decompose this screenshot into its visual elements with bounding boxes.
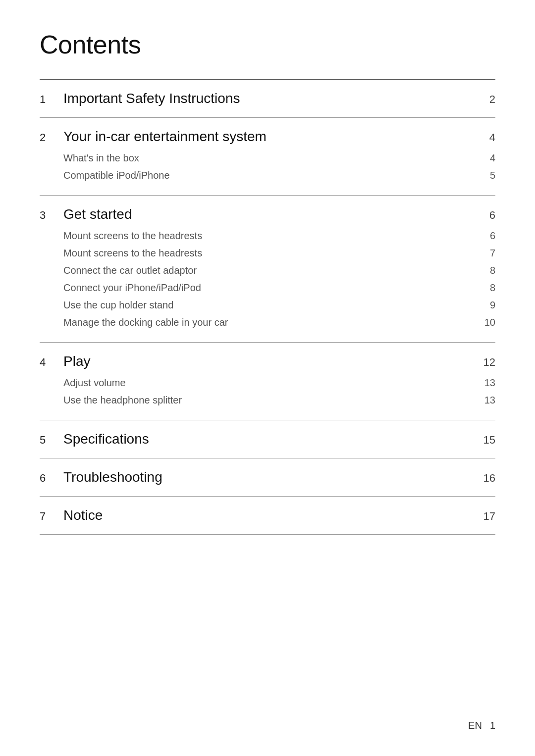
toc-sub-title-4-0: Adjust volume <box>63 377 476 389</box>
toc-sub-title-4-1: Use the headphone splitter <box>63 395 476 406</box>
toc-sub-items-2: What's in the box4Compatible iPod/iPhone… <box>40 150 495 184</box>
toc-sub-page-3-2: 8 <box>476 265 495 276</box>
toc-sub-row-3-4: Use the cup holder stand9 <box>63 297 495 314</box>
toc-main-row-7: 7Notice17 <box>40 507 495 523</box>
toc-sub-title-2-0: What's in the box <box>63 152 476 164</box>
toc-main-row-5: 5Specifications15 <box>40 431 495 447</box>
toc-title-4: Play <box>59 353 476 369</box>
toc-sub-page-4-1: 13 <box>476 395 495 406</box>
toc-sub-row-3-3: Connect your iPhone/iPad/iPod8 <box>63 279 495 297</box>
toc-page-1: 2 <box>476 93 495 106</box>
toc-sub-row-3-1: Mount screens to the headrests7 <box>63 245 495 262</box>
toc-section-3: 3Get started6Mount screens to the headre… <box>40 196 495 343</box>
toc-page-7: 17 <box>476 510 495 523</box>
toc-sub-page-3-3: 8 <box>476 282 495 294</box>
toc-sub-title-3-3: Connect your iPhone/iPad/iPod <box>63 282 476 294</box>
toc-sub-row-3-0: Mount screens to the headrests6 <box>63 227 495 245</box>
toc-sub-row-2-1: Compatible iPod/iPhone5 <box>63 167 495 184</box>
toc-sub-title-3-1: Mount screens to the headrests <box>63 248 476 259</box>
toc-section-1: 1Important Safety Instructions2 <box>40 80 495 118</box>
toc-section-4: 4Play12Adjust volume13Use the headphone … <box>40 343 495 420</box>
toc-sub-title-3-4: Use the cup holder stand <box>63 300 476 311</box>
toc-title-7: Notice <box>59 507 476 523</box>
toc-sub-page-2-0: 4 <box>476 152 495 164</box>
toc-page-4: 12 <box>476 356 495 369</box>
toc-number-6: 6 <box>40 472 59 485</box>
toc-title-5: Specifications <box>59 431 476 447</box>
toc-page-2: 4 <box>476 131 495 144</box>
toc-page-5: 15 <box>476 434 495 447</box>
toc-sub-page-2-1: 5 <box>476 170 495 181</box>
toc-sub-page-3-5: 10 <box>476 317 495 328</box>
toc-main-row-3: 3Get started6 <box>40 206 495 222</box>
toc-sub-row-3-2: Connect the car outlet adaptor8 <box>63 262 495 279</box>
toc-section-5: 5Specifications15 <box>40 420 495 458</box>
toc-sub-row-2-0: What's in the box4 <box>63 150 495 167</box>
footer-lang: EN <box>468 720 482 731</box>
toc-title-2: Your in-car entertainment system <box>59 129 476 145</box>
toc-number-3: 3 <box>40 209 59 222</box>
page-title: Contents <box>40 30 495 59</box>
toc-title-3: Get started <box>59 206 476 222</box>
toc-main-row-4: 4Play12 <box>40 353 495 369</box>
footer: EN 1 <box>468 720 495 731</box>
toc-number-2: 2 <box>40 131 59 144</box>
toc-sub-page-4-0: 13 <box>476 377 495 389</box>
toc-main-row-2: 2Your in-car entertainment system4 <box>40 129 495 145</box>
toc-sub-row-4-0: Adjust volume13 <box>63 374 495 392</box>
toc-section-7: 7Notice17 <box>40 497 495 535</box>
toc-title-6: Troubleshooting <box>59 469 476 485</box>
toc-page-3: 6 <box>476 209 495 222</box>
toc-sub-title-3-5: Manage the docking cable in your car <box>63 317 476 328</box>
toc-container: 1Important Safety Instructions22Your in-… <box>40 80 495 535</box>
toc-sub-items-4: Adjust volume13Use the headphone splitte… <box>40 374 495 409</box>
toc-sub-items-3: Mount screens to the headrests6Mount scr… <box>40 227 495 331</box>
toc-sub-row-4-1: Use the headphone splitter13 <box>63 392 495 409</box>
toc-sub-page-3-4: 9 <box>476 300 495 311</box>
toc-sub-page-3-1: 7 <box>476 248 495 259</box>
toc-section-2: 2Your in-car entertainment system4What's… <box>40 118 495 196</box>
toc-page-6: 16 <box>476 472 495 485</box>
footer-page: 1 <box>490 720 495 731</box>
toc-sub-title-2-1: Compatible iPod/iPhone <box>63 170 476 181</box>
toc-number-7: 7 <box>40 510 59 523</box>
toc-sub-row-3-5: Manage the docking cable in your car10 <box>63 314 495 331</box>
toc-sub-title-3-2: Connect the car outlet adaptor <box>63 265 476 276</box>
toc-sub-page-3-0: 6 <box>476 230 495 242</box>
toc-number-1: 1 <box>40 93 59 106</box>
toc-sub-title-3-0: Mount screens to the headrests <box>63 230 476 242</box>
toc-number-5: 5 <box>40 434 59 447</box>
toc-main-row-1: 1Important Safety Instructions2 <box>40 91 495 106</box>
toc-number-4: 4 <box>40 356 59 369</box>
toc-main-row-6: 6Troubleshooting16 <box>40 469 495 485</box>
toc-title-1: Important Safety Instructions <box>59 91 476 106</box>
toc-section-6: 6Troubleshooting16 <box>40 458 495 497</box>
